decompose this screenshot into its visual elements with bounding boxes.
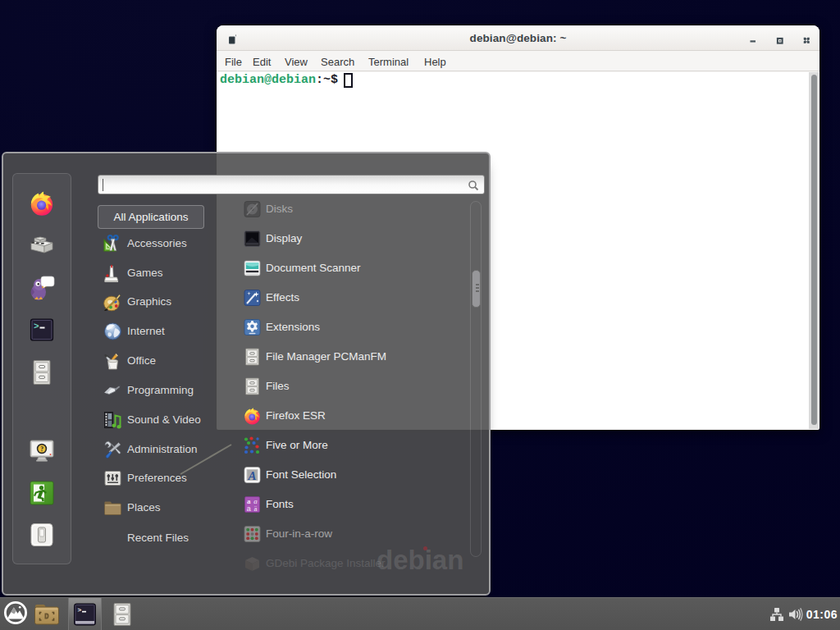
svg-text:>: > bbox=[34, 322, 39, 331]
svg-text:ä: ä bbox=[254, 504, 258, 513]
svg-text:a: a bbox=[247, 504, 251, 513]
svg-text:A: A bbox=[247, 469, 256, 482]
svg-text:?: ? bbox=[40, 445, 43, 453]
svg-text:>: > bbox=[78, 606, 82, 614]
